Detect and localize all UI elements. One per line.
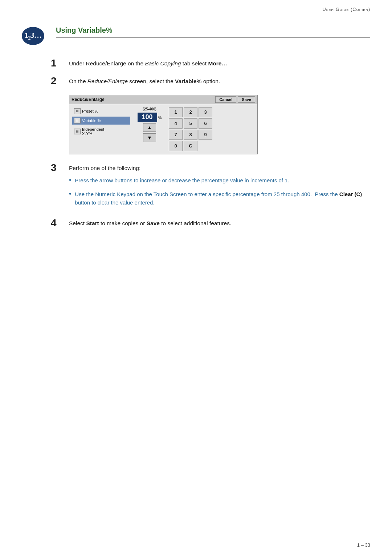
header-title: User Guide (Copier) [322,7,370,12]
option-independent-label: IndependentX-Y% [82,127,104,136]
value-row: 100 % [138,113,162,122]
step-1-number: 1 [51,58,69,69]
bullet-text-2: Use the Numeric Keypad on the Touch Scre… [75,190,370,207]
numpad-key-8[interactable]: 8 [184,130,197,140]
step-1: 1 Under Reduce/Enlarge on the Basic Copy… [51,58,370,69]
page-header: User Guide (Copier) [22,0,370,15]
step-1-content: Under Reduce/Enlarge on the Basic Copyin… [69,58,370,68]
arrow-down-button[interactable]: ▼ [143,133,156,142]
option-preset-icon: ▤ [74,108,81,114]
step-3: 3 Perform one of the following: • Press … [51,162,370,211]
bullet-item-1: • Press the arrow buttons to increase or… [69,176,370,186]
numpad-key-4[interactable]: 4 [169,118,183,129]
ui-body: ▤ Preset % ▤ Variable % ▤ IndependentX-Y… [69,104,257,154]
numpad-key-7[interactable]: 7 [169,130,183,140]
numpad-row-4: 0 C [169,141,254,151]
numpad-key-clear[interactable]: C [184,141,197,151]
step-2: 2 On the Reduce/Enlarge screen, select t… [51,76,370,87]
numpad-key-1[interactable]: 1 [169,107,183,117]
section-title: Using Variable% [56,26,370,35]
option-independent-icon: ▤ [74,129,81,134]
numpad-key-5[interactable]: 5 [184,118,197,129]
step-2-content: On the Reduce/Enlarge screen, select the… [69,76,370,86]
numpad-row-3: 7 8 9 [169,130,254,140]
page-container: User Guide (Copier) 123… Using Variable%… [0,0,392,555]
numpad-key-0[interactable]: 0 [169,141,183,151]
icon-circle: 123… [22,27,44,45]
page-number: 1 – 33 [357,542,370,548]
option-variable-icon: ▤ [74,118,81,123]
page-footer: 1 – 33 [22,540,370,548]
numpad-key-2[interactable]: 2 [184,107,197,117]
cancel-button[interactable]: Cancel [215,96,236,103]
ui-numpad: 1 2 3 4 5 6 7 8 9 0 [169,107,254,151]
numpad-key-3[interactable]: 3 [199,107,212,117]
save-button[interactable]: Save [238,96,255,103]
bullet-list: • Press the arrow buttons to increase or… [69,176,370,207]
ui-screenshot: Reduce/Enlarge Cancel Save ▤ Preset % ▤ … [69,95,258,154]
option-independent[interactable]: ▤ IndependentX-Y% [72,126,130,137]
option-variable-label: Variable % [82,118,101,123]
value-display: 100 [138,113,157,122]
bullet-dot-1: • [69,175,71,186]
section-icon: 123… [22,27,47,47]
percent-label: % [158,116,162,120]
option-preset[interactable]: ▤ Preset % [72,107,130,115]
step-3-content: Perform one of the following: • Press th… [69,162,370,211]
option-variable[interactable]: ▤ Variable % [72,117,130,125]
numpad-row-1: 1 2 3 [169,107,254,117]
ui-header: Reduce/Enlarge Cancel Save [69,95,257,104]
section-title-area: 123… Using Variable% [22,26,370,47]
step-4: 4 Select Start to make copies or Save to… [51,218,370,229]
step-2-number: 2 [51,76,69,87]
step-4-number: 4 [51,218,69,229]
step-3-number: 3 [51,162,69,174]
ui-value-center: (25-400) 100 % ▲ ▼ [133,107,166,151]
arrow-up-button[interactable]: ▲ [143,123,156,132]
icon-text: 123… [25,31,42,41]
bullet-item-2: • Use the Numeric Keypad on the Touch Sc… [69,190,370,207]
numpad-key-6[interactable]: 6 [199,118,212,129]
bullet-text-1: Press the arrow buttons to increase or d… [75,176,289,185]
numpad-row-2: 4 5 6 [169,118,254,129]
step-4-content: Select Start to make copies or Save to s… [69,218,370,228]
range-label: (25-400) [143,107,156,111]
ui-header-title: Reduce/Enlarge [72,97,214,102]
numpad-key-9[interactable]: 9 [199,130,212,140]
steps-container: 1 Under Reduce/Enlarge on the Basic Copy… [51,58,370,229]
section-title-block: Using Variable% [56,26,370,38]
option-preset-label: Preset % [82,109,98,113]
bullet-dot-2: • [69,189,71,199]
ui-options-list: ▤ Preset % ▤ Variable % ▤ IndependentX-Y… [72,107,130,151]
